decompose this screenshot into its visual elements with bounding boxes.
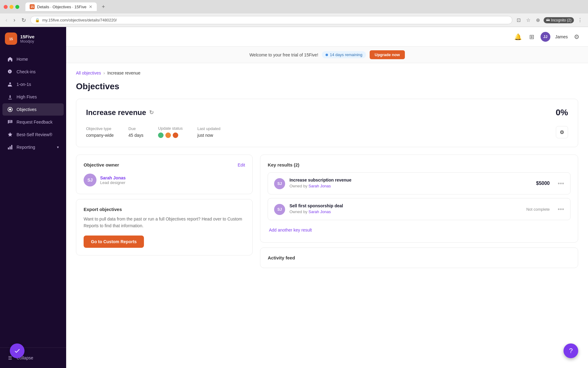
back-button[interactable]: ‹ [4, 16, 9, 25]
tab-favicon: 15 [30, 4, 35, 9]
maximize-dot[interactable] [15, 5, 19, 9]
notification-bell-icon[interactable]: 🔔 [513, 32, 523, 42]
profile-button[interactable]: ⊕ [534, 16, 542, 24]
topbar-avatar-initials: JJ [543, 35, 547, 39]
kr1-owned-name[interactable]: Sarah Jonas [308, 184, 331, 188]
browser-chrome: 15 Details · Objectives · 15Five ✕ + ‹ ›… [0, 0, 588, 27]
activity-feed-card: Activity feed [260, 247, 578, 268]
kr2-owned-name[interactable]: Sarah Jonas [308, 209, 331, 214]
sidebar-requestfeedback-label: Request Feedback [17, 120, 53, 125]
right-column: Key results (2) SJ Increase subscription… [260, 155, 578, 268]
key-result-item: SJ Increase subscription revenue Owned b… [268, 172, 571, 194]
logo-svg: 15 [8, 35, 14, 42]
kr2-avatar-initials: SJ [277, 207, 282, 212]
todo-widget-button[interactable] [10, 343, 24, 358]
kr1-menu-icon[interactable]: ••• [558, 180, 564, 187]
owner-avatar-initials: SJ [87, 178, 92, 182]
export-title: Export objectives [84, 207, 245, 212]
status-dot-orange [165, 132, 171, 138]
objective-card: Increase revenue ↻ 0% Objective type com… [76, 99, 578, 147]
forward-button[interactable]: › [12, 16, 17, 25]
sidebar-item-reporting[interactable]: Reporting ▾ [2, 141, 64, 153]
logo-icon: 15 [5, 33, 17, 45]
browser-toolbar: ‹ › ↻ 🔒 my.15five.com/objectives/details… [0, 13, 588, 27]
objective-title: Increase revenue ↻ [86, 108, 154, 117]
banner-message: Welcome to your free trial of 15Five! [249, 52, 318, 57]
logo-title: 15Five [20, 34, 35, 39]
menu-button[interactable]: ⋮ [576, 16, 584, 24]
sidebar-home-label: Home [17, 57, 28, 62]
help-button[interactable]: ? [564, 343, 578, 358]
breadcrumb: All objectives › Increase revenue [76, 71, 578, 75]
sidebar-reporting-label: Reporting [17, 145, 35, 150]
status-dots [158, 132, 183, 138]
gear-icon [560, 130, 564, 135]
last-updated-label: Last updated [198, 126, 221, 131]
grid-icon[interactable]: ⊞ [528, 32, 536, 42]
breadcrumb-all-objectives[interactable]: All objectives [76, 71, 101, 75]
upgrade-button[interactable]: Upgrade now [370, 50, 405, 59]
minimize-dot[interactable] [9, 5, 13, 9]
owner-card: Objective owner Edit SJ Sarah Jonas Lead… [76, 155, 253, 194]
due-value: 45 days [128, 133, 143, 138]
sidebar: 15 15Five Moodjoy Home Check-ins 1-o [0, 27, 66, 368]
sidebar-item-objectives[interactable]: Objectives [2, 103, 64, 116]
1on1s-icon [7, 82, 13, 87]
kr2-menu-icon[interactable]: ••• [558, 206, 564, 213]
incognito-badge: 🕶 Incognito (2) [544, 17, 574, 23]
incognito-label: Incognito (2) [551, 18, 571, 22]
objective-settings-button[interactable] [556, 126, 568, 138]
edit-owner-button[interactable]: Edit [238, 163, 245, 167]
sidebar-item-1on1s[interactable]: 1-on-1s [2, 78, 64, 90]
sidebar-item-checkins[interactable]: Check-ins [2, 66, 64, 78]
browser-dots [4, 5, 19, 9]
kr1-value: $5000 [536, 181, 550, 186]
address-bar[interactable]: 🔒 my.15five.com/objectives/details/74802… [30, 16, 512, 24]
sidebar-highfives-label: High Fives [17, 94, 37, 99]
topbar: 🔔 ⊞ JJ James ⚙ [66, 27, 588, 47]
update-status-label: Update status [158, 126, 183, 131]
owner-role: Lead designer [100, 180, 126, 185]
tab-close-icon[interactable]: ✕ [89, 4, 92, 9]
sidebar-item-home[interactable]: Home [2, 53, 64, 65]
sidebar-item-high-fives[interactable]: High Fives [2, 91, 64, 103]
update-status-group: Update status [158, 126, 183, 138]
custom-reports-button[interactable]: Go to Custom Reports [84, 236, 144, 248]
owner-details: Sarah Jonas Lead designer [100, 175, 126, 185]
owner-info: SJ Sarah Jonas Lead designer [84, 174, 245, 186]
owner-name[interactable]: Sarah Jonas [100, 175, 126, 180]
lower-grid: Objective owner Edit SJ Sarah Jonas Lead… [76, 155, 578, 268]
status-dot-red [173, 132, 178, 138]
new-tab-button[interactable]: + [99, 2, 107, 11]
export-card: Export objectives Want to pull data from… [76, 199, 253, 255]
page-content: All objectives › Increase revenue Object… [66, 63, 588, 368]
objective-meta: Objective type company-wide Due 45 days … [86, 126, 221, 138]
best-self-review-icon [7, 132, 13, 137]
cast-button[interactable]: ⊡ [515, 16, 522, 24]
days-remaining-text: 14 days remaining [330, 52, 362, 57]
refresh-button[interactable]: ↻ [20, 16, 28, 25]
badge-dot [326, 54, 328, 56]
kr2-status: Not complete [526, 207, 550, 212]
due-label: Due [128, 126, 143, 131]
owner-card-header: Objective owner Edit [84, 162, 245, 167]
sidebar-item-request-feedback[interactable]: Request Feedback [2, 116, 64, 128]
settings-icon[interactable]: ⚙ [573, 32, 581, 42]
objective-info-icon[interactable]: ↻ [149, 109, 154, 116]
sidebar-objectives-label: Objectives [17, 107, 36, 112]
bookmark-button[interactable]: ☆ [524, 16, 532, 24]
kr2-owned-label: Owned by [289, 209, 307, 214]
add-key-result-link[interactable]: Add another key result [268, 225, 313, 235]
kr2-info: Sell first sponsorship deal Owned by Sar… [289, 203, 522, 214]
export-description: Want to pull data from the past or run a… [84, 216, 245, 229]
checkins-icon [7, 69, 13, 75]
sidebar-logo: 15 15Five Moodjoy [0, 27, 66, 50]
close-dot[interactable] [4, 5, 8, 9]
kr1-avatar-initials: SJ [277, 182, 282, 186]
browser-actions: ⊡ ☆ ⊕ 🕶 Incognito (2) ⋮ [515, 16, 584, 24]
browser-tab[interactable]: 15 Details · Objectives · 15Five ✕ [25, 2, 97, 11]
kr2-owned: Owned by Sarah Jonas [289, 209, 522, 214]
sidebar-item-best-self-review[interactable]: Best-Self Review® [2, 128, 64, 141]
chevron-down-icon: ▾ [57, 145, 59, 149]
last-updated-value: just now [198, 133, 221, 138]
